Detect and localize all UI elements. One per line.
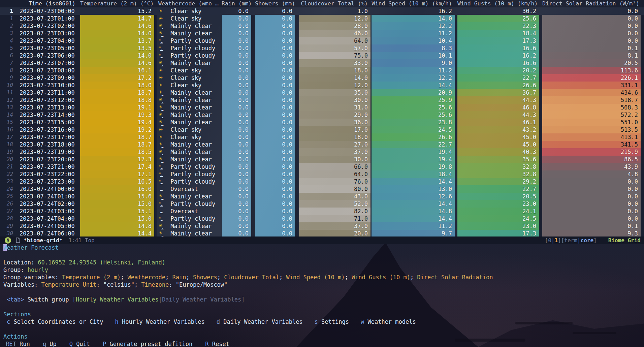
table-row[interactable]: 232023-07-23T23:0016.5☀☁ Partly cloudy0.…	[0, 178, 644, 185]
key-hint: P	[103, 341, 106, 347]
table-row[interactable]: 112023-07-23T11:0018.7☀☁ Mainly clear0.0…	[0, 89, 644, 96]
table-row[interactable]: 32023-07-23T03:0014.0☀☁ Mainly clear0.00…	[0, 30, 644, 37]
table-row[interactable]: 182023-07-23T18:0018.7☀☁ Mainly clear0.0…	[0, 141, 644, 148]
action-reset[interactable]: R Reset	[205, 340, 229, 347]
table-row[interactable]: 82023-07-23T08:0016.1☀ Clear sky0.00.018…	[0, 67, 644, 74]
action-quit[interactable]: Q Quit	[69, 340, 90, 347]
table-row[interactable]: 22023-07-23T02:0014.6☀☁ Mainly clear0.00…	[0, 22, 644, 30]
cell-wind-speed: 20.9	[372, 89, 455, 96]
cell-weathercode: ☀ Clear sky	[157, 15, 221, 22]
cell-weathercode: ☀☁ Mainly clear	[157, 193, 221, 200]
section-daily-weather-variables[interactable]: d Daily Weather Variables	[217, 318, 303, 325]
tab-option-hourly[interactable]: Hourly Weather Variables	[76, 296, 159, 303]
table-row[interactable]: 252023-07-24T01:0015.6☀☁ Mainly clear0.0…	[0, 193, 644, 200]
table-row[interactable]: 272023-07-24T03:0015.1☁ Overcast0.00.082…	[0, 208, 644, 215]
table-row[interactable]: 42023-07-23T04:0013.7☀☁ Partly cloudy0.0…	[0, 37, 644, 44]
section-hourly-weather-variables[interactable]: h Hourly Weather Variables	[115, 318, 205, 325]
table-row[interactable]: 62023-07-23T06:0014.0☀☁ Partly cloudy0.0…	[0, 52, 644, 59]
table-row[interactable]: 222023-07-23T22:0017.1☀☁ Partly cloudy0.…	[0, 170, 644, 178]
group-variable: Wind Gusts (10 m)	[352, 274, 410, 281]
cell-wind-speed: 11.2	[372, 67, 455, 74]
sun-behind-cloud-icon: ☀☁	[158, 178, 167, 185]
cell-wind-speed: 9.7	[372, 230, 455, 236]
cell-rain: 0.0	[222, 178, 251, 185]
cell-solar-radiation: 0.0	[542, 208, 641, 215]
table-row[interactable]: 152023-07-23T15:0019.4☀☁ Mainly clear0.0…	[0, 119, 644, 126]
key-hint: w	[361, 318, 364, 325]
workspace-indicator[interactable]: [0|	[545, 237, 555, 244]
cell-temperature: 15.6	[80, 193, 154, 200]
cell-wind-speed: 14.0	[372, 15, 455, 22]
table-row[interactable]: 202023-07-23T20:0017.3☀☁ Mainly clear0.0…	[0, 156, 644, 163]
cell-cloudcover: 1.0	[299, 7, 371, 15]
section-select-coordinates-or-city[interactable]: c Select Coordinates or City	[7, 318, 103, 325]
cell-showers: 0.0	[255, 215, 295, 222]
cell-showers: 0.0	[255, 59, 295, 67]
line-number: 14	[0, 111, 16, 119]
cell-showers: 0.0	[255, 193, 295, 200]
buffer-name[interactable]: *biome-grid*	[24, 237, 63, 244]
table-row[interactable]: 52023-07-23T05:0013.5☀☁ Partly cloudy0.0…	[0, 44, 644, 52]
table-row[interactable]: 292023-07-24T05:0014.8☀☁ Mainly clear0.0…	[0, 222, 644, 230]
cell-wind-speed: 16.2	[372, 7, 455, 15]
cell-weathercode: ☁ Overcast	[157, 208, 221, 215]
cell-wind-speed: 9.0	[372, 59, 455, 67]
separator: ;	[279, 274, 286, 281]
cell-wind-gusts: 32.8	[457, 163, 539, 170]
cell-solar-radiation: 43.9	[542, 163, 641, 170]
table-row[interactable]: 122023-07-23T12:0018.8☀☁ Mainly clear0.0…	[0, 96, 644, 104]
table-row[interactable]: 102023-07-23T10:0018.0☀ Clear sky0.00.01…	[0, 82, 644, 89]
table-row[interactable]: 282023-07-24T04:0015.0☀☁ Partly cloudy0.…	[0, 215, 644, 222]
table-row[interactable]: 12023-07-23T01:0014.7☀ Clear sky0.00.012…	[0, 15, 644, 22]
table-row[interactable]: 162023-07-23T16:0019.2☀ Clear sky0.00.01…	[0, 126, 644, 133]
sections-items: c Select Coordinates or Cityh Hourly Wea…	[0, 318, 644, 325]
table-row[interactable]: 262023-07-24T02:0015.0☀☁ Partly cloudy0.…	[0, 200, 644, 208]
line-number: 27	[0, 208, 16, 215]
cell-rain: 0.0	[222, 59, 251, 67]
sun-behind-cloud-icon: ☀☁	[158, 37, 167, 44]
group-variable: Showers	[193, 274, 217, 281]
cell-weathercode: ☀☁ Mainly clear	[157, 89, 221, 96]
cell-wind-gusts: 23.0	[457, 200, 539, 208]
weather-label: Mainly clear	[167, 193, 212, 200]
cell-cloudcover: 27.0	[299, 141, 371, 148]
action-run[interactable]: RET Run	[6, 340, 30, 347]
cell-rain: 0.0	[222, 82, 251, 89]
action-generate-preset-defition[interactable]: P Generate preset defition	[103, 340, 192, 347]
table-row[interactable]: 12023-07-23T00:0015.2☀ Clear sky0.00.01.…	[0, 7, 644, 15]
table-row[interactable]: 142023-07-23T14:0019.3☀☁ Mainly clear0.0…	[0, 111, 644, 119]
action-up[interactable]: q Up	[43, 340, 57, 347]
col-header-cloudcover: Cloudcover Total (%)	[299, 0, 371, 7]
cell-rain: 0.0	[222, 52, 251, 59]
workspace-current[interactable]: 1	[554, 237, 558, 244]
table-row[interactable]: 132023-07-23T13:0019.1☀☁ Mainly clear0.0…	[0, 104, 644, 111]
line-number: 29	[0, 222, 16, 230]
weather-label: Mainly clear	[167, 141, 212, 148]
table-row[interactable]: 302023-07-24T06:0014.4☀☁ Mainly clear0.0…	[0, 230, 644, 236]
major-mode-name[interactable]: Biome Grid	[608, 237, 641, 244]
cell-time: 2023-07-23T17:00	[16, 133, 79, 141]
cell-showers: 0.0	[255, 163, 295, 170]
weather-label: Partly cloudy	[167, 200, 215, 207]
workspace-term[interactable]: ][term|	[558, 237, 580, 244]
table-row[interactable]: 192023-07-23T19:0018.5☀☁ Mainly clear0.0…	[0, 148, 644, 156]
cell-time: 2023-07-23T05:00	[16, 44, 79, 52]
section-weather-models[interactable]: w Weather models	[361, 318, 416, 325]
sun-small-cloud-icon: ☀☁	[158, 119, 167, 126]
cell-cloudcover: 14.0	[299, 74, 371, 82]
group-variable: Direct Solar Radiation	[417, 274, 493, 281]
table-row[interactable]: 172023-07-23T17:0018.7☀ Clear sky0.00.01…	[0, 133, 644, 141]
cell-wind-gusts: 45.0	[457, 133, 539, 141]
table-row[interactable]: 212023-07-23T21:0017.4☀☁ Partly cloudy0.…	[0, 163, 644, 170]
section-settings[interactable]: s Settings	[315, 318, 349, 325]
cell-rain: 0.0	[222, 111, 251, 119]
table-row[interactable]: 72023-07-23T07:0014.6☀☁ Mainly clear0.00…	[0, 59, 644, 67]
table-row[interactable]: 242023-07-24T00:0016.0☁ Overcast0.00.080…	[0, 185, 644, 193]
cell-weathercode: ☀☁ Partly cloudy	[157, 215, 221, 222]
workspace-layer[interactable]: core	[581, 237, 594, 244]
cell-wind-speed: 18.4	[372, 170, 455, 178]
cell-weathercode: ☀☁ Partly cloudy	[157, 163, 221, 170]
cell-temperature: 15.2	[80, 7, 154, 15]
tab-option-daily[interactable]: Daily Weather Variables	[162, 296, 241, 303]
table-row[interactable]: 92023-07-23T09:0017.2☀ Clear sky0.00.014…	[0, 74, 644, 82]
